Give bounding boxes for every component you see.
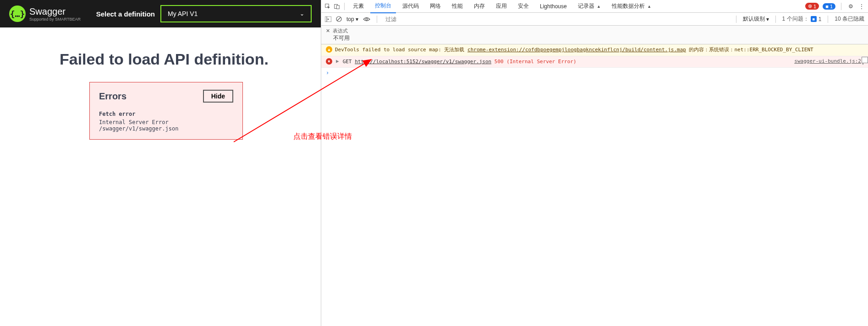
hidden-count[interactable]: 10 条已隐藏 xyxy=(835,15,864,23)
tab-lighthouse[interactable]: Lighthouse xyxy=(535,0,571,12)
swagger-logo: {…} Swagger Supported by SMARTBEAR xyxy=(9,5,81,22)
warning-url-link[interactable]: chrome-extension://cofdbpoegempjloogbagk… xyxy=(467,47,686,53)
console-sidebar-toggle-icon[interactable] xyxy=(325,16,331,22)
expand-caret-icon[interactable]: ▶ xyxy=(335,58,340,64)
error-message: GET http://localhost:5152/swagger/v1/swa… xyxy=(343,58,792,66)
filter-input[interactable] xyxy=(384,15,730,23)
tab-console[interactable]: 控制台 xyxy=(370,0,396,13)
issue-badge-icon: ■ xyxy=(811,16,817,22)
swagger-body: Failed to load API definition. Errors Hi… xyxy=(0,27,321,163)
device-toolbar-icon[interactable] xyxy=(333,3,341,10)
svg-rect-4 xyxy=(336,5,339,9)
more-icon[interactable]: ⋮ xyxy=(858,3,865,10)
errors-box: Errors Hide Fetch error Internal Server … xyxy=(89,82,243,140)
inspect-element-icon[interactable] xyxy=(324,3,331,10)
context-selector[interactable]: top ▾ xyxy=(346,16,358,22)
svg-line-8 xyxy=(337,17,341,21)
devtools-panel: 元素 控制台 源代码 网络 性能 内存 应用 安全 Lighthouse 记录器… xyxy=(321,0,868,326)
gear-icon[interactable]: ⚙ xyxy=(847,3,854,10)
error-page-title: Failed to load API definition. xyxy=(60,50,307,68)
issues-indicator[interactable]: 1 个问题： ■ 1 xyxy=(782,15,822,23)
definition-select-value: My API V1 xyxy=(168,10,198,17)
errors-heading: Errors xyxy=(99,91,126,102)
swagger-header: {…} Swagger Supported by SMARTBEAR Selec… xyxy=(0,0,321,27)
warning-icon: ▲ xyxy=(326,46,332,53)
tab-application[interactable]: 应用 xyxy=(491,0,511,13)
live-expression-area: ✕ 表达式 不可用 xyxy=(321,26,868,44)
error-count-badge[interactable]: ⊗ 1 xyxy=(805,3,819,10)
console-error-row: ✖ ▶ GET http://localhost:5152/swagger/v1… xyxy=(321,56,868,68)
definition-select[interactable]: My API V1 ⌄ xyxy=(160,5,312,22)
copy-icon[interactable] xyxy=(863,58,863,65)
swagger-logo-text: Swagger xyxy=(29,6,81,17)
tab-elements[interactable]: 元素 xyxy=(348,0,368,13)
tab-performance[interactable]: 性能 xyxy=(447,0,467,13)
swagger-logo-subtext: Supported by SMARTBEAR xyxy=(29,17,81,22)
console-log-area: ▲ DevTools failed to load source map: 无法… xyxy=(321,44,868,326)
info-count-badge[interactable]: ■ 1 xyxy=(823,3,835,10)
fetch-error-label: Fetch error xyxy=(99,111,233,117)
tab-security[interactable]: 安全 xyxy=(513,0,533,13)
tab-memory[interactable]: 内存 xyxy=(469,0,489,13)
svg-point-9 xyxy=(366,18,368,20)
expression-label: 表达式 xyxy=(333,27,348,34)
console-warning-row: ▲ DevTools failed to load source map: 无法… xyxy=(321,44,868,56)
annotation-text: 点击查看错误详情 xyxy=(293,132,352,141)
swagger-logo-icon: {…} xyxy=(9,5,26,22)
expression-value: 不可用 xyxy=(326,34,863,42)
select-definition-label: Select a definition xyxy=(96,10,155,18)
swagger-panel: {…} Swagger Supported by SMARTBEAR Selec… xyxy=(0,0,321,326)
chevron-down-icon: ⌄ xyxy=(300,11,304,17)
log-level-selector[interactable]: 默认级别 ▾ xyxy=(743,15,769,23)
hide-button[interactable]: Hide xyxy=(203,90,233,103)
tab-network[interactable]: 网络 xyxy=(425,0,445,13)
devtools-tabs: 元素 控制台 源代码 网络 性能 内存 应用 安全 Lighthouse 记录器… xyxy=(321,0,868,13)
error-url-link[interactable]: http://localhost:5152/swagger/v1/swagger… xyxy=(355,59,491,65)
definition-selector-area: Select a definition My API V1 ⌄ xyxy=(96,5,312,22)
console-prompt[interactable]: › xyxy=(321,68,868,78)
error-source-link[interactable]: swagger-ui-bundle.js:2 xyxy=(794,58,863,64)
warning-message: DevTools failed to load source map: 无法加载… xyxy=(335,46,863,54)
eye-icon[interactable] xyxy=(363,17,370,22)
error-icon: ✖ xyxy=(326,58,332,65)
console-toolbar: top ▾ 默认级别 ▾ 1 个问题： ■ 1 10 条已隐藏 xyxy=(321,13,868,26)
tab-sources[interactable]: 源代码 xyxy=(398,0,423,13)
clear-console-icon[interactable] xyxy=(336,16,342,22)
close-expression-icon[interactable]: ✕ xyxy=(326,28,330,34)
fetch-error-detail: Internal Server Error /swagger/v1/swagge… xyxy=(99,119,233,132)
tab-perf-insights[interactable]: 性能数据分析 ▲ xyxy=(607,0,656,13)
tab-recorder[interactable]: 记录器 ▲ xyxy=(573,0,605,13)
